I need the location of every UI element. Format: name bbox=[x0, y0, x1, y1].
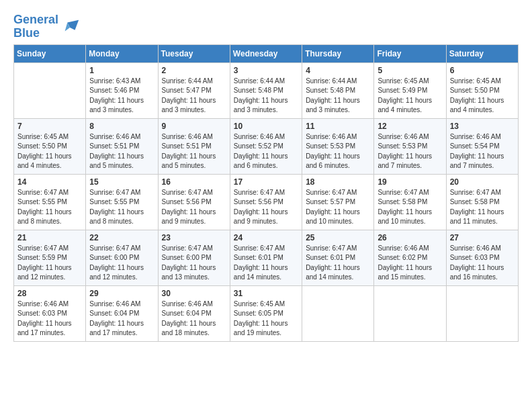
calendar-cell: 2Sunrise: 6:44 AM Sunset: 5:47 PM Daylig… bbox=[158, 62, 230, 118]
calendar-cell bbox=[374, 285, 446, 341]
calendar-cell bbox=[302, 285, 374, 341]
weekday-header-friday: Friday bbox=[374, 44, 446, 62]
calendar-cell: 27Sunrise: 6:46 AM Sunset: 6:03 PM Dayli… bbox=[446, 230, 518, 285]
day-number: 7 bbox=[17, 122, 82, 131]
calendar-week-row: 1Sunrise: 6:43 AM Sunset: 5:46 PM Daylig… bbox=[14, 62, 519, 118]
calendar-cell: 18Sunrise: 6:47 AM Sunset: 5:57 PM Dayli… bbox=[302, 174, 374, 230]
day-number: 31 bbox=[234, 289, 298, 298]
calendar-cell: 26Sunrise: 6:46 AM Sunset: 6:02 PM Dayli… bbox=[374, 230, 446, 285]
day-number: 4 bbox=[306, 66, 370, 75]
day-number: 18 bbox=[306, 177, 370, 187]
calendar-cell: 16Sunrise: 6:47 AM Sunset: 5:56 PM Dayli… bbox=[158, 174, 230, 230]
day-number: 15 bbox=[89, 177, 154, 187]
calendar-cell: 19Sunrise: 6:47 AM Sunset: 5:58 PM Dayli… bbox=[374, 174, 446, 230]
day-number: 14 bbox=[17, 177, 82, 187]
calendar-cell: 7Sunrise: 6:45 AM Sunset: 5:50 PM Daylig… bbox=[14, 118, 86, 174]
svg-marker-0 bbox=[67, 20, 79, 30]
weekday-header-sunday: Sunday bbox=[14, 44, 86, 62]
calendar-cell: 24Sunrise: 6:47 AM Sunset: 6:01 PM Dayli… bbox=[230, 230, 302, 285]
day-info: Sunrise: 6:47 AM Sunset: 5:57 PM Dayligh… bbox=[306, 188, 370, 227]
calendar-cell: 6Sunrise: 6:45 AM Sunset: 5:50 PM Daylig… bbox=[446, 62, 518, 118]
calendar-cell: 14Sunrise: 6:47 AM Sunset: 5:55 PM Dayli… bbox=[14, 174, 86, 230]
day-info: Sunrise: 6:46 AM Sunset: 6:03 PM Dayligh… bbox=[17, 300, 82, 338]
day-info: Sunrise: 6:46 AM Sunset: 6:02 PM Dayligh… bbox=[378, 244, 442, 283]
day-info: Sunrise: 6:44 AM Sunset: 5:48 PM Dayligh… bbox=[306, 77, 370, 116]
day-info: Sunrise: 6:45 AM Sunset: 6:05 PM Dayligh… bbox=[234, 300, 298, 338]
calendar-cell: 17Sunrise: 6:47 AM Sunset: 5:56 PM Dayli… bbox=[230, 174, 302, 230]
day-info: Sunrise: 6:47 AM Sunset: 6:01 PM Dayligh… bbox=[306, 244, 370, 283]
calendar-cell: 12Sunrise: 6:46 AM Sunset: 5:53 PM Dayli… bbox=[374, 118, 446, 174]
calendar-cell: 21Sunrise: 6:47 AM Sunset: 5:59 PM Dayli… bbox=[14, 230, 86, 285]
day-number: 12 bbox=[378, 122, 442, 131]
calendar-table: SundayMondayTuesdayWednesdayThursdayFrid… bbox=[13, 44, 519, 342]
day-info: Sunrise: 6:47 AM Sunset: 5:55 PM Dayligh… bbox=[17, 188, 82, 227]
day-number: 23 bbox=[162, 233, 226, 242]
day-info: Sunrise: 6:45 AM Sunset: 5:49 PM Dayligh… bbox=[378, 77, 442, 116]
calendar-cell: 31Sunrise: 6:45 AM Sunset: 6:05 PM Dayli… bbox=[230, 285, 302, 341]
day-info: Sunrise: 6:44 AM Sunset: 5:47 PM Dayligh… bbox=[162, 77, 226, 116]
calendar-cell: 10Sunrise: 6:46 AM Sunset: 5:52 PM Dayli… bbox=[230, 118, 302, 174]
logo-icon bbox=[61, 17, 80, 36]
day-info: Sunrise: 6:47 AM Sunset: 5:56 PM Dayligh… bbox=[234, 188, 298, 227]
logo-text: General Blue bbox=[13, 13, 58, 40]
day-number: 6 bbox=[450, 66, 515, 75]
calendar-cell: 30Sunrise: 6:46 AM Sunset: 6:04 PM Dayli… bbox=[158, 285, 230, 341]
day-info: Sunrise: 6:46 AM Sunset: 5:51 PM Dayligh… bbox=[162, 132, 226, 171]
day-number: 25 bbox=[306, 233, 370, 242]
day-number: 21 bbox=[17, 233, 82, 242]
day-number: 24 bbox=[234, 233, 298, 242]
day-number: 8 bbox=[89, 122, 154, 131]
weekday-header-saturday: Saturday bbox=[446, 44, 518, 62]
day-number: 17 bbox=[234, 177, 298, 187]
weekday-header-wednesday: Wednesday bbox=[230, 44, 302, 62]
day-number: 2 bbox=[162, 66, 226, 75]
day-number: 9 bbox=[162, 122, 226, 131]
calendar-cell: 20Sunrise: 6:47 AM Sunset: 5:58 PM Dayli… bbox=[446, 174, 518, 230]
calendar-cell: 25Sunrise: 6:47 AM Sunset: 6:01 PM Dayli… bbox=[302, 230, 374, 285]
calendar-cell: 15Sunrise: 6:47 AM Sunset: 5:55 PM Dayli… bbox=[86, 174, 158, 230]
day-info: Sunrise: 6:46 AM Sunset: 6:04 PM Dayligh… bbox=[162, 300, 226, 338]
calendar-week-row: 7Sunrise: 6:45 AM Sunset: 5:50 PM Daylig… bbox=[14, 118, 519, 174]
calendar-cell: 22Sunrise: 6:47 AM Sunset: 6:00 PM Dayli… bbox=[86, 230, 158, 285]
calendar-cell bbox=[14, 62, 86, 118]
calendar-cell: 1Sunrise: 6:43 AM Sunset: 5:46 PM Daylig… bbox=[86, 62, 158, 118]
day-info: Sunrise: 6:43 AM Sunset: 5:46 PM Dayligh… bbox=[89, 77, 154, 116]
day-info: Sunrise: 6:46 AM Sunset: 6:04 PM Dayligh… bbox=[89, 300, 154, 338]
day-info: Sunrise: 6:47 AM Sunset: 5:58 PM Dayligh… bbox=[450, 188, 515, 227]
weekday-header-thursday: Thursday bbox=[302, 44, 374, 62]
day-info: Sunrise: 6:47 AM Sunset: 6:01 PM Dayligh… bbox=[234, 244, 298, 283]
day-info: Sunrise: 6:47 AM Sunset: 5:56 PM Dayligh… bbox=[162, 188, 226, 227]
day-number: 3 bbox=[234, 66, 298, 75]
day-number: 22 bbox=[89, 233, 154, 242]
calendar-week-row: 28Sunrise: 6:46 AM Sunset: 6:03 PM Dayli… bbox=[14, 285, 519, 341]
day-number: 26 bbox=[378, 233, 442, 242]
day-info: Sunrise: 6:46 AM Sunset: 5:51 PM Dayligh… bbox=[89, 132, 154, 171]
weekday-header-row: SundayMondayTuesdayWednesdayThursdayFrid… bbox=[14, 44, 519, 62]
day-info: Sunrise: 6:46 AM Sunset: 5:52 PM Dayligh… bbox=[234, 132, 298, 171]
day-info: Sunrise: 6:45 AM Sunset: 5:50 PM Dayligh… bbox=[450, 77, 515, 116]
logo: General Blue bbox=[13, 13, 80, 40]
calendar-cell: 3Sunrise: 6:44 AM Sunset: 5:48 PM Daylig… bbox=[230, 62, 302, 118]
day-number: 30 bbox=[162, 289, 226, 298]
day-number: 10 bbox=[234, 122, 298, 131]
day-number: 5 bbox=[378, 66, 442, 75]
day-info: Sunrise: 6:47 AM Sunset: 6:00 PM Dayligh… bbox=[89, 244, 154, 283]
day-info: Sunrise: 6:46 AM Sunset: 5:53 PM Dayligh… bbox=[306, 132, 370, 171]
day-number: 29 bbox=[89, 289, 154, 298]
day-info: Sunrise: 6:47 AM Sunset: 5:59 PM Dayligh… bbox=[17, 244, 82, 283]
day-info: Sunrise: 6:46 AM Sunset: 5:53 PM Dayligh… bbox=[378, 132, 442, 171]
day-info: Sunrise: 6:47 AM Sunset: 5:58 PM Dayligh… bbox=[378, 188, 442, 227]
calendar-cell: 28Sunrise: 6:46 AM Sunset: 6:03 PM Dayli… bbox=[14, 285, 86, 341]
day-info: Sunrise: 6:47 AM Sunset: 6:00 PM Dayligh… bbox=[162, 244, 226, 283]
weekday-header-monday: Monday bbox=[86, 44, 158, 62]
calendar-week-row: 21Sunrise: 6:47 AM Sunset: 5:59 PM Dayli… bbox=[14, 230, 519, 285]
day-number: 28 bbox=[17, 289, 82, 298]
day-number: 27 bbox=[450, 233, 515, 242]
day-info: Sunrise: 6:44 AM Sunset: 5:48 PM Dayligh… bbox=[234, 77, 298, 116]
calendar-cell: 4Sunrise: 6:44 AM Sunset: 5:48 PM Daylig… bbox=[302, 62, 374, 118]
calendar-cell: 23Sunrise: 6:47 AM Sunset: 6:00 PM Dayli… bbox=[158, 230, 230, 285]
calendar-cell: 13Sunrise: 6:46 AM Sunset: 5:54 PM Dayli… bbox=[446, 118, 518, 174]
calendar-cell: 8Sunrise: 6:46 AM Sunset: 5:51 PM Daylig… bbox=[86, 118, 158, 174]
calendar-cell: 9Sunrise: 6:46 AM Sunset: 5:51 PM Daylig… bbox=[158, 118, 230, 174]
calendar-cell: 5Sunrise: 6:45 AM Sunset: 5:49 PM Daylig… bbox=[374, 62, 446, 118]
